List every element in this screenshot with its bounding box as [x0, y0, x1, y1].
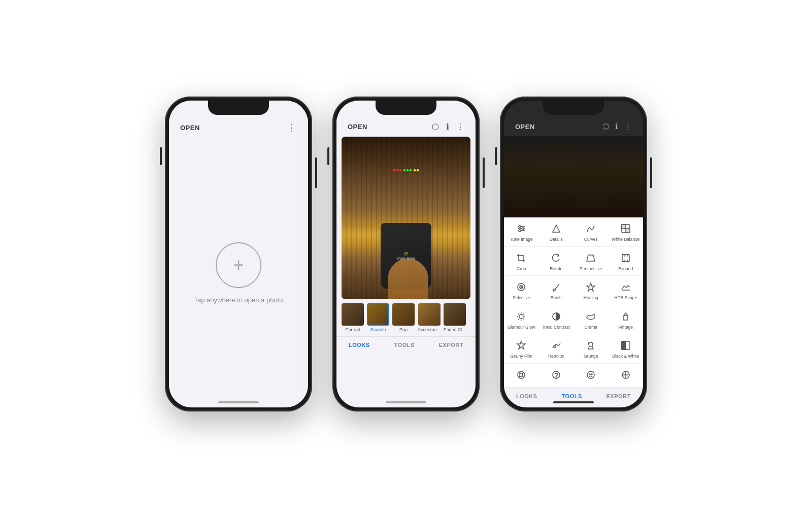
plus-icon: +: [233, 255, 244, 276]
bottom-nav-3: LOOKS TOOLS EXPORT: [504, 388, 643, 407]
details-icon: [551, 223, 561, 235]
grainy-film-icon: [516, 339, 526, 352]
svg-line-15: [555, 284, 559, 289]
svg-point-38: [556, 376, 557, 377]
svg-point-31: [554, 345, 556, 347]
tune-image-icon: [516, 223, 526, 235]
tool-glamour-glow[interactable]: Glamour Glow: [504, 305, 539, 335]
svg-line-24: [523, 319, 524, 320]
tool-curves[interactable]: Curves: [573, 217, 608, 247]
phone-1-body[interactable]: + Tap anywhere to open a photo: [169, 138, 308, 407]
tool-grunge[interactable]: Grunge: [573, 334, 608, 364]
tab-export-3[interactable]: EXPORT: [606, 393, 631, 399]
svg-line-26: [518, 319, 519, 320]
phone-3-screen: OPEN ⬡ ℹ ⋮ Tune Image: [504, 101, 643, 407]
tool-retrolux[interactable]: Retrolux: [539, 334, 574, 364]
tool-tune-image[interactable]: Tune Image: [504, 217, 539, 247]
phone-2-screen: OPEN ⬡ ℹ ⋮ ●●● ●●● ●●: [336, 101, 476, 407]
tool-hdr-scape[interactable]: HDR Scape: [608, 276, 644, 305]
rotate-icon: [551, 252, 561, 264]
filter-faded[interactable]: Faded Gl...: [444, 303, 466, 332]
perspective-label: Perspective: [580, 266, 602, 271]
grunge-icon: [586, 339, 596, 352]
drama-icon: [586, 310, 596, 323]
tab-looks-3[interactable]: LOOKS: [516, 393, 537, 399]
tool-crop[interactable]: Crop: [504, 247, 539, 276]
add-photo-button[interactable]: +: [216, 242, 261, 288]
phone-2-header-icons: ⬡ ℹ ⋮: [432, 122, 464, 132]
tab-looks-2[interactable]: LOOKS: [349, 342, 370, 348]
tool-vintage[interactable]: Vintage: [608, 305, 644, 335]
extra-4-icon: [621, 369, 631, 381]
menu-dots-3[interactable]: ⋮: [624, 122, 632, 131]
healing-icon: [586, 281, 596, 293]
phone-2: OPEN ⬡ ℹ ⋮ ●●● ●●● ●●: [332, 97, 480, 411]
tool-perspective[interactable]: Perspective: [573, 247, 608, 276]
tool-extra-1[interactable]: [504, 364, 539, 388]
grunge-label: Grunge: [584, 354, 598, 359]
open-label-2[interactable]: OPEN: [348, 123, 367, 131]
open-label-3[interactable]: OPEN: [515, 123, 535, 131]
tab-tools-2[interactable]: TOOLS: [394, 342, 415, 348]
filter-pop[interactable]: Pop: [392, 303, 415, 332]
svg-line-23: [518, 313, 519, 314]
layers-icon-3[interactable]: ⬡: [602, 122, 609, 131]
svg-rect-8: [622, 225, 626, 229]
layers-icon[interactable]: ⬡: [432, 122, 439, 132]
info-icon-3[interactable]: ℹ: [615, 122, 618, 131]
black-white-icon: [621, 339, 631, 352]
tool-extra-3[interactable]: [573, 364, 608, 388]
svg-marker-28: [624, 313, 628, 320]
filter-accentua[interactable]: Accentua...: [418, 303, 441, 332]
bottom-nav-2: LOOKS TOOLS EXPORT: [336, 336, 476, 356]
phone-3: OPEN ⬡ ℹ ⋮ Tune Image: [500, 97, 647, 411]
tool-extra-4[interactable]: [608, 364, 644, 388]
phone-1-screen: OPEN ⋮ + Tap anywhere to open a photo: [169, 101, 308, 407]
crop-label: Crop: [517, 266, 526, 271]
home-indicator-3: [553, 401, 594, 403]
tool-extra-2[interactable]: [539, 364, 574, 388]
expand-label: Expand: [618, 266, 633, 271]
tool-details[interactable]: Details: [539, 217, 574, 247]
tool-black-white[interactable]: Black & White: [608, 334, 644, 364]
expand-icon: [621, 252, 631, 264]
tool-tonal-contrast[interactable]: Tonal Contrast: [539, 305, 574, 335]
filter-faded-label: Faded Gl...: [444, 327, 466, 332]
phone-3-header-icons: ⬡ ℹ ⋮: [602, 122, 632, 131]
filter-accentua-label: Accentua...: [418, 327, 441, 332]
filter-portrait[interactable]: Portrait: [342, 303, 364, 332]
menu-dots-1[interactable]: ⋮: [287, 122, 297, 133]
tool-grainy-film[interactable]: Grainy Film: [504, 334, 539, 364]
neon-sign: ●●● ●●● ●●: [393, 167, 419, 173]
tab-export-2[interactable]: EXPORT: [439, 342, 463, 348]
tool-expand[interactable]: Expand: [608, 247, 644, 276]
tool-rotate[interactable]: Rotate: [539, 247, 574, 276]
tab-tools-3[interactable]: TOOLS: [562, 393, 582, 399]
tool-selective[interactable]: Selective: [504, 276, 539, 305]
info-icon[interactable]: ℹ: [446, 122, 449, 132]
extra-2-icon: [551, 369, 561, 381]
tool-drama[interactable]: Drama: [573, 305, 608, 335]
selective-icon: [516, 281, 526, 293]
svg-point-1: [519, 226, 521, 228]
tool-brush[interactable]: Brush: [539, 276, 574, 305]
svg-marker-10: [587, 255, 595, 261]
svg-point-14: [521, 287, 522, 288]
filter-smooth[interactable]: Smooth: [367, 303, 389, 332]
curves-label: Curves: [584, 237, 598, 242]
tool-white-balance[interactable]: White Balance: [608, 217, 644, 247]
tonal-contrast-label: Tonal Contrast: [542, 325, 570, 330]
svg-rect-11: [622, 255, 629, 262]
svg-point-5: [519, 230, 521, 232]
svg-point-18: [519, 314, 523, 319]
svg-point-41: [591, 374, 592, 375]
tool-healing[interactable]: Healing: [573, 276, 608, 305]
menu-dots-2[interactable]: ⋮: [456, 122, 464, 132]
brush-icon: [551, 281, 561, 293]
open-label-1[interactable]: OPEN: [180, 124, 200, 132]
home-indicator-2: [386, 401, 426, 403]
filter-smooth-label: Smooth: [370, 327, 386, 332]
curves-icon: [586, 223, 596, 235]
svg-marker-16: [587, 283, 595, 291]
tap-hint-text: Tap anywhere to open a photo: [194, 296, 283, 304]
